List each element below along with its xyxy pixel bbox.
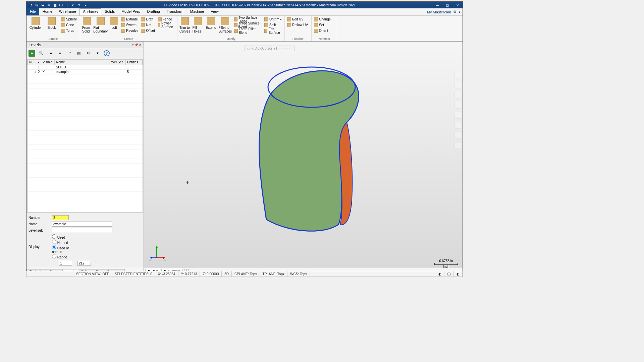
paste-icon[interactable]: 📋	[53, 3, 57, 7]
undo-icon[interactable]: ↶	[71, 3, 75, 7]
tab-drafting[interactable]: Drafting	[144, 8, 163, 15]
status-section-view[interactable]: SECTION VIEW: OFF	[73, 271, 112, 277]
vp-side-tool-2[interactable]	[454, 82, 461, 88]
levels-stack2-icon[interactable]: ≡	[57, 50, 63, 57]
cylinder-button[interactable]: Cylinder	[28, 16, 43, 30]
net-button[interactable]: Net	[140, 22, 156, 28]
reflow-uv-button[interactable]: Reflow UV	[286, 22, 309, 28]
name-input[interactable]	[52, 222, 112, 227]
vp-doc-icon[interactable]: ▭	[247, 47, 250, 50]
panel-pin-icon[interactable]: 📌	[135, 43, 138, 47]
col-visible[interactable]: Visible	[41, 60, 55, 65]
status-indicator-2[interactable]: ◯	[444, 271, 454, 277]
torus-button[interactable]: Torus	[60, 28, 78, 34]
vp-side-tool-5[interactable]	[454, 112, 461, 119]
status-tplane[interactable]: TPLANE: Top ▾	[260, 271, 287, 277]
opt-used[interactable]: Used	[52, 234, 75, 239]
vp-side-tool-7[interactable]	[454, 132, 461, 139]
levels-list-icon[interactable]: ▤	[75, 50, 82, 57]
print-icon[interactable]: 🖶	[47, 3, 51, 7]
fillet-surfaces-button[interactable]: Fillet to Surfaces	[218, 16, 232, 34]
edit-uv-button[interactable]: Edit UV	[286, 16, 309, 22]
vp-tool-1[interactable]: ◦ ◦ ◦ ◦ ◦ ◦ ◦	[278, 47, 292, 50]
autocursor-label[interactable]: AutoCursor	[255, 47, 272, 50]
power-surface-button[interactable]: Power Surface	[157, 22, 176, 28]
opt-range[interactable]: Range	[52, 254, 75, 259]
save-as-icon[interactable]: 🖬	[41, 3, 45, 7]
collapse-ribbon-icon[interactable]: ▴	[459, 10, 461, 14]
close-button[interactable]: ✕	[452, 2, 463, 8]
vp-side-tool-4[interactable]	[454, 102, 461, 109]
table-row[interactable]: 1SOLID1	[28, 65, 143, 70]
status-indicator-3[interactable]: ◐	[454, 271, 463, 277]
untrim-button[interactable]: Untrim ▾	[263, 16, 283, 22]
opt-named[interactable]: Named	[52, 240, 75, 245]
col-levelset[interactable]: Level Set	[107, 60, 126, 65]
status-wcs[interactable]: WCS: Top ▾	[287, 271, 310, 277]
tab-home[interactable]: Home	[39, 8, 56, 15]
vp-side-tool-1[interactable]	[454, 72, 461, 78]
save-icon[interactable]: 🖫	[35, 3, 39, 7]
col-number[interactable]: Nu… ▴	[28, 60, 41, 65]
panel-dropdown-icon[interactable]: ▾	[132, 43, 134, 47]
levels-undo-icon[interactable]: ↶	[66, 50, 73, 57]
table-row[interactable]: ✔ 2Xexample5	[28, 70, 143, 74]
redo-icon[interactable]: ↷	[77, 3, 82, 7]
levelset-input[interactable]	[52, 228, 112, 233]
new-file-icon[interactable]: 🗋	[29, 3, 33, 7]
cone-button[interactable]: Cone	[60, 22, 78, 28]
extend-button[interactable]: Extend	[205, 16, 217, 30]
loft-button[interactable]: Loft	[109, 16, 120, 30]
col-name[interactable]: Name	[55, 60, 107, 65]
from-solid-button[interactable]: From Solid	[82, 16, 92, 34]
range-to-input[interactable]	[77, 261, 91, 266]
orient-normals-button[interactable]: Orient	[313, 28, 332, 34]
edit-surface-button[interactable]: Edit Surface	[263, 28, 283, 34]
status-mode[interactable]: 3D	[222, 271, 232, 277]
levels-stack-icon[interactable]: ≣	[47, 50, 54, 57]
add-level-button[interactable]: +	[29, 50, 35, 57]
number-input[interactable]	[52, 215, 69, 220]
offset-button[interactable]: Offset	[140, 28, 156, 34]
three-fillet-blend-button[interactable]: Three Fillet Blend	[233, 28, 263, 34]
extrude-button[interactable]: Extrude	[120, 16, 139, 22]
trim-curves-button[interactable]: Trim to Curves	[179, 16, 191, 34]
minimize-button[interactable]: —	[432, 2, 442, 8]
levels-dropdown-icon[interactable]: ▾	[94, 50, 101, 57]
tab-model-prep[interactable]: Model Prep	[118, 8, 144, 15]
tab-solids[interactable]: Solids	[101, 8, 118, 15]
status-cplane[interactable]: CPLANE: Top ▾	[232, 271, 260, 277]
revolve-button[interactable]: Revolve	[120, 28, 139, 34]
vp-side-tool-8[interactable]	[454, 142, 461, 149]
range-from-input[interactable]	[59, 261, 72, 266]
find-level-icon[interactable]: 🔍	[38, 50, 45, 57]
status-indicator-1[interactable]: ◐	[436, 271, 444, 277]
sweep-button[interactable]: Sweep	[120, 22, 139, 28]
screen-icon[interactable]: 🖵	[59, 3, 63, 7]
opt-used-or-named[interactable]: Used or named	[52, 245, 75, 254]
tab-surfaces[interactable]: Surfaces	[79, 8, 101, 15]
levels-help-icon[interactable]: ?	[104, 50, 110, 56]
fill-holes-button[interactable]: Fill Holes	[192, 16, 204, 34]
draft-button[interactable]: Draft	[140, 16, 156, 22]
tab-wireframe[interactable]: Wireframe	[56, 8, 79, 15]
panel-close-icon[interactable]: ✕	[139, 43, 142, 47]
set-normals-button[interactable]: Set	[313, 22, 332, 28]
qat-dropdown-icon[interactable]: ▾	[83, 3, 88, 7]
user-icon[interactable]: ⚙	[453, 10, 457, 14]
my-mastercam-link[interactable]: My Mastercam	[427, 10, 451, 14]
tab-file[interactable]: File	[26, 8, 39, 15]
viewport[interactable]: ▭ ↖ AutoCursor ▾ | ◦ ◦ ◦ ◦ ◦ ◦ ◦ + Y X Z	[144, 42, 463, 275]
vp-cursor-icon[interactable]: ↖	[251, 47, 254, 50]
change-normals-button[interactable]: Change	[313, 16, 332, 22]
levels-gear-icon[interactable]: ⚙	[85, 50, 92, 57]
tab-machine[interactable]: Machine	[187, 8, 208, 15]
maximize-button[interactable]: ◻	[442, 2, 452, 8]
sphere-button[interactable]: Sphere	[60, 16, 78, 22]
vp-side-tool-6[interactable]	[454, 122, 461, 129]
tab-view[interactable]: View	[207, 8, 222, 15]
col-entities[interactable]: Entities	[126, 60, 143, 65]
flat-boundary-button[interactable]: Flat Boundary	[93, 16, 108, 34]
block-button[interactable]: Block	[44, 16, 59, 30]
tab-transform[interactable]: Transform	[163, 8, 187, 15]
